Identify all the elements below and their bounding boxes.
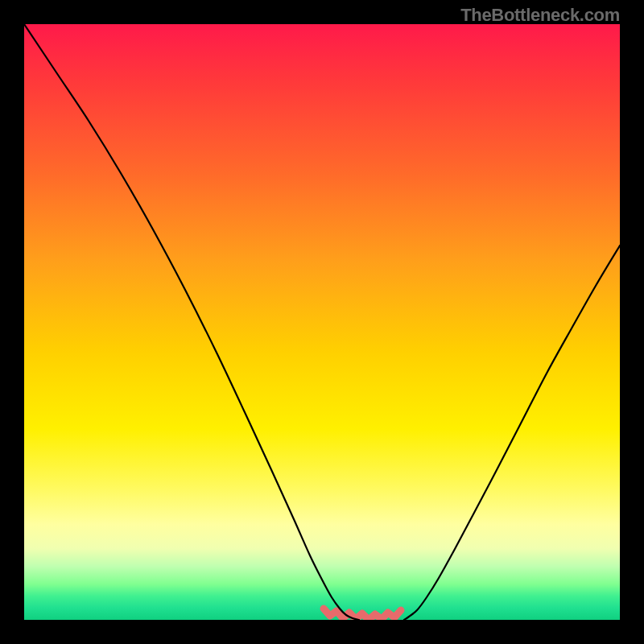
curves-layer [24, 24, 620, 620]
left-curve-line [24, 24, 359, 620]
right-curve-line [404, 246, 620, 620]
watermark-text: TheBottleneck.com [460, 5, 620, 26]
bottom-fuzz-line [324, 609, 401, 620]
plot-area [24, 24, 620, 620]
chart-frame: TheBottleneck.com [0, 0, 644, 644]
